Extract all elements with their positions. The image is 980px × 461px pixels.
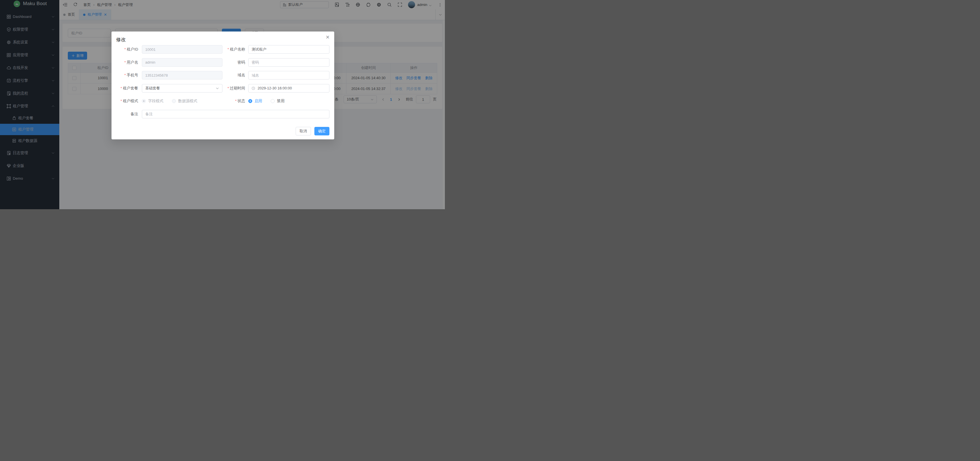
field-label: *租户模式 xyxy=(116,99,138,104)
expire-time-picker[interactable]: 2029-12-30 16:00:00 xyxy=(248,84,329,93)
radio-icon xyxy=(142,99,146,103)
tenant-mode-radio-字段模式: 字段模式 xyxy=(142,99,164,104)
status-radio-启用[interactable]: 启用 xyxy=(248,99,262,104)
package-select-value: 基础套餐 xyxy=(145,86,216,91)
required-asterisk: * xyxy=(121,86,122,90)
radio-label: 禁用 xyxy=(277,99,285,104)
tenant-mode-radio-数据源模式: 数据源模式 xyxy=(172,99,197,104)
domain-input[interactable] xyxy=(248,71,329,80)
confirm-button[interactable]: 确定 xyxy=(314,127,329,136)
field-label: *过期时间 xyxy=(223,86,245,91)
radio-label: 数据源模式 xyxy=(178,99,197,104)
field-label: *状态 xyxy=(223,99,245,104)
chevron-down-icon xyxy=(216,86,219,90)
package-select[interactable]: 基础套餐 xyxy=(142,84,223,93)
password-input[interactable] xyxy=(248,58,329,67)
radio-label: 启用 xyxy=(255,99,262,104)
field-label: *租户ID xyxy=(116,47,138,52)
tenant-mode-radio-group: 字段模式数据源模式 xyxy=(142,99,223,104)
radio-icon xyxy=(172,99,176,103)
required-asterisk: * xyxy=(121,99,122,103)
required-asterisk: * xyxy=(235,99,237,103)
field-label: 域名 xyxy=(223,73,245,78)
radio-label: 字段模式 xyxy=(148,99,164,104)
required-asterisk: * xyxy=(124,60,126,64)
tenant-id-input xyxy=(142,45,223,54)
radio-icon xyxy=(270,99,275,103)
field-label: *租户套餐 xyxy=(116,86,138,91)
close-icon[interactable]: ✕ xyxy=(326,35,330,40)
tenant-name-input[interactable] xyxy=(248,45,329,54)
mobile-input xyxy=(142,71,223,80)
edit-dialog: 修改 ✕ *租户ID *租户名称 *用户名 密码 *手机号 域名 xyxy=(111,32,334,139)
required-asterisk: * xyxy=(228,47,229,51)
field-label: 密码 xyxy=(223,60,245,65)
dialog-form: *租户ID *租户名称 *用户名 密码 *手机号 域名 *租户套餐 xyxy=(116,45,330,123)
field-label: *用户名 xyxy=(116,60,138,65)
field-label: *租户名称 xyxy=(223,47,245,52)
field-label: *手机号 xyxy=(116,73,138,78)
required-asterisk: * xyxy=(124,47,126,51)
expire-time-value: 2029-12-30 16:00:00 xyxy=(258,86,292,90)
field-label: 备注 xyxy=(116,112,138,116)
required-asterisk: * xyxy=(228,86,229,90)
radio-icon xyxy=(248,99,252,103)
dialog-title: 修改 xyxy=(116,36,126,43)
status-radio-禁用[interactable]: 禁用 xyxy=(270,99,285,104)
remark-input[interactable] xyxy=(142,110,329,118)
username-input xyxy=(142,58,223,67)
cancel-button[interactable]: 取消 xyxy=(296,127,311,136)
clock-icon xyxy=(251,86,255,90)
status-radio-group: 启用禁用 xyxy=(248,99,329,104)
required-asterisk: * xyxy=(124,73,126,77)
app-window: Maku Boot Dashboard 权限管理 系统设置 应用管理 在线开发 … xyxy=(0,0,445,209)
